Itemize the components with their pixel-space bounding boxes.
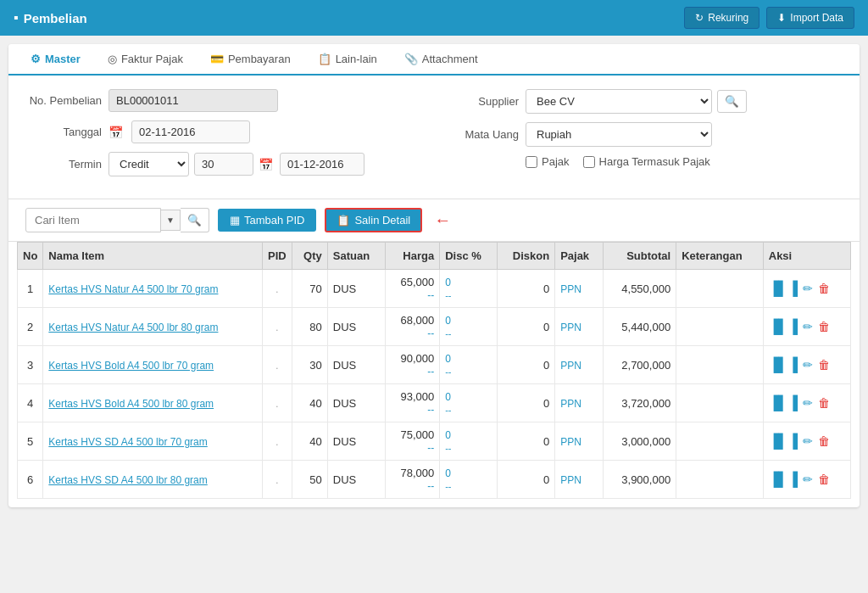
search-item-dropdown-arrow[interactable]: ▼ bbox=[161, 210, 181, 231]
barcode-icon[interactable]: ▐▌▐ bbox=[769, 319, 798, 334]
item-link[interactable]: Kertas HVS Natur A4 500 lbr 80 gram bbox=[48, 322, 218, 333]
edit-icon[interactable]: ✏ bbox=[803, 358, 813, 372]
mata-uang-select[interactable]: Rupiah bbox=[526, 122, 712, 147]
search-item-button[interactable]: 🔍 bbox=[181, 208, 209, 232]
edit-icon[interactable]: ✏ bbox=[803, 320, 813, 333]
cell-subtotal: 3,720,000 bbox=[604, 384, 676, 422]
tambah-pid-button[interactable]: ▦ Tambah PID bbox=[218, 209, 317, 232]
tab-attachment[interactable]: 📎 Attachment bbox=[391, 44, 492, 76]
form-area: No. Pembelian Tanggal 📅 Termin Credit Ca… bbox=[8, 76, 860, 199]
col-no: No bbox=[18, 243, 43, 270]
lain-tab-icon: 📋 bbox=[318, 53, 331, 65]
barcode-icon[interactable]: ▐▌▐ bbox=[769, 281, 798, 296]
tab-lain-lain[interactable]: 📋 Lain-lain bbox=[304, 44, 391, 76]
supplier-row: Supplier Bee CV 🔍 bbox=[442, 89, 843, 114]
table-row: 2 Kertas HVS Natur A4 500 lbr 80 gram . … bbox=[18, 308, 851, 346]
cell-harga: 75,000-- bbox=[386, 422, 440, 461]
cell-aksi: ▐▌▐ ✏ 🗑 bbox=[763, 270, 850, 308]
import-data-button[interactable]: ⬇ Import Data bbox=[766, 7, 854, 29]
cell-diskon: 0 bbox=[497, 384, 554, 422]
form-left: No. Pembelian Tanggal 📅 Termin Credit Ca… bbox=[25, 89, 426, 185]
item-link[interactable]: Kertas HVS SD A4 500 lbr 80 gram bbox=[48, 474, 207, 486]
salin-detail-button[interactable]: 📋 Salin Detail bbox=[325, 208, 422, 232]
faktur-tab-icon: ◎ bbox=[108, 53, 117, 65]
item-link[interactable]: Kertas HVS Natur A4 500 lbr 70 gram bbox=[48, 283, 218, 295]
supplier-search-button[interactable]: 🔍 bbox=[717, 90, 747, 113]
cell-aksi: ▐▌▐ ✏ 🗑 bbox=[763, 422, 850, 461]
supplier-select[interactable]: Bee CV bbox=[526, 89, 712, 114]
tanggal-input[interactable] bbox=[131, 120, 250, 143]
cell-satuan: DUS bbox=[327, 270, 385, 308]
form-grid: No. Pembelian Tanggal 📅 Termin Credit Ca… bbox=[25, 89, 843, 185]
termin-row: Termin Credit Cash 📅 bbox=[25, 152, 426, 176]
delete-icon[interactable]: 🗑 bbox=[818, 320, 830, 333]
form-right: Supplier Bee CV 🔍 Mata Uang Rupiah bbox=[442, 89, 843, 185]
tanggal-row: Tanggal 📅 bbox=[25, 120, 426, 143]
cell-pid: . bbox=[263, 422, 292, 461]
cell-qty: 50 bbox=[292, 461, 327, 499]
edit-icon[interactable]: ✏ bbox=[803, 282, 813, 295]
termin-select[interactable]: Credit Cash bbox=[108, 152, 189, 176]
cell-keterangan bbox=[676, 422, 764, 461]
termin-days-input[interactable] bbox=[194, 153, 253, 176]
header-actions: ↻ Rekuring ⬇ Import Data bbox=[684, 7, 854, 29]
item-link[interactable]: Kertas HVS SD A4 500 lbr 70 gram bbox=[48, 436, 207, 448]
table-row: 1 Kertas HVS Natur A4 500 lbr 70 gram . … bbox=[18, 270, 851, 308]
supplier-search-icon: 🔍 bbox=[725, 95, 739, 108]
barcode-icon[interactable]: ▐▌▐ bbox=[769, 395, 798, 411]
cell-nama-item: Kertas HVS Natur A4 500 lbr 70 gram bbox=[43, 270, 263, 308]
col-nama-item: Nama Item bbox=[43, 243, 263, 270]
item-link[interactable]: Kertas HVS Bold A4 500 lbr 80 gram bbox=[48, 398, 214, 410]
delete-icon[interactable]: 🗑 bbox=[818, 434, 830, 448]
cell-subtotal: 5,440,000 bbox=[604, 308, 676, 346]
cell-qty: 30 bbox=[292, 346, 327, 384]
col-aksi: Aksi bbox=[763, 243, 850, 270]
cell-keterangan bbox=[676, 308, 764, 346]
mata-uang-row: Mata Uang Rupiah bbox=[442, 122, 843, 147]
edit-icon[interactable]: ✏ bbox=[803, 396, 813, 410]
cell-satuan: DUS bbox=[327, 422, 385, 461]
no-pembelian-input[interactable] bbox=[108, 89, 278, 112]
termin-group: Credit Cash 📅 bbox=[108, 152, 364, 176]
edit-icon[interactable]: ✏ bbox=[803, 434, 813, 448]
cell-disc: 0-- bbox=[440, 308, 498, 346]
cell-pajak: PPN bbox=[555, 422, 604, 461]
delete-icon[interactable]: 🗑 bbox=[818, 396, 830, 410]
tab-faktur-pajak[interactable]: ◎ Faktur Pajak bbox=[94, 44, 197, 76]
cell-no: 1 bbox=[18, 270, 43, 308]
termin-date-input[interactable] bbox=[280, 153, 364, 176]
cell-satuan: DUS bbox=[327, 384, 385, 422]
barcode-icon[interactable]: ▐▌▐ bbox=[769, 434, 798, 449]
pajak-checkbox[interactable] bbox=[526, 156, 537, 168]
cell-qty: 40 bbox=[292, 422, 327, 461]
toolbar: ▼ 🔍 ▦ Tambah PID 📋 Salin Detail ← bbox=[8, 199, 860, 242]
cell-pajak: PPN bbox=[555, 270, 604, 308]
cell-nama-item: Kertas HVS Natur A4 500 lbr 80 gram bbox=[43, 308, 263, 346]
cell-keterangan bbox=[676, 270, 764, 308]
cell-diskon: 0 bbox=[497, 346, 554, 384]
app-header: ▪ Pembelian ↻ Rekuring ⬇ Import Data bbox=[0, 0, 868, 36]
barcode-icon[interactable]: ▐▌▐ bbox=[769, 357, 798, 372]
app-title: ▪ Pembelian bbox=[14, 10, 87, 25]
cell-harga: 90,000-- bbox=[386, 346, 440, 384]
cell-diskon: 0 bbox=[497, 422, 554, 461]
cell-disc: 0-- bbox=[440, 384, 498, 422]
delete-icon[interactable]: 🗑 bbox=[818, 473, 830, 486]
harga-termasuk-checkbox[interactable] bbox=[583, 156, 595, 168]
item-link[interactable]: Kertas HVS Bold A4 500 lbr 70 gram bbox=[48, 360, 214, 372]
tab-pembayaran[interactable]: 💳 Pembayaran bbox=[197, 44, 304, 76]
edit-icon[interactable]: ✏ bbox=[803, 473, 813, 486]
search-item-input[interactable] bbox=[25, 208, 161, 232]
tab-master[interactable]: ⚙ Master bbox=[17, 44, 94, 76]
cell-qty: 40 bbox=[292, 384, 327, 422]
cell-diskon: 0 bbox=[497, 270, 554, 308]
delete-icon[interactable]: 🗑 bbox=[818, 358, 830, 372]
cell-harga: 93,000-- bbox=[386, 384, 440, 422]
cell-nama-item: Kertas HVS SD A4 500 lbr 70 gram bbox=[43, 422, 263, 461]
barcode-icon[interactable]: ▐▌▐ bbox=[769, 472, 798, 487]
tambah-icon: ▦ bbox=[230, 214, 240, 227]
delete-icon[interactable]: 🗑 bbox=[818, 282, 830, 295]
cell-pajak: PPN bbox=[555, 308, 604, 346]
pajak-row: Pajak Harga Termasuk Pajak bbox=[526, 155, 843, 168]
rekuring-button[interactable]: ↻ Rekuring bbox=[684, 7, 760, 29]
